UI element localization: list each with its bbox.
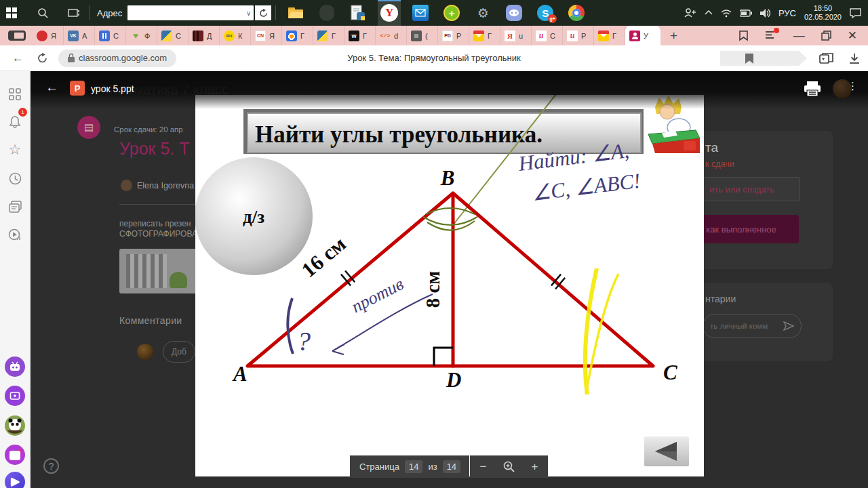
tab-label: У xyxy=(644,32,648,40)
url-box[interactable]: classroom.google.com xyxy=(58,49,176,67)
due-status: к сдачи xyxy=(705,159,734,169)
browser-tab[interactable]: С xyxy=(157,26,189,45)
chevron-down-icon[interactable]: ∨ xyxy=(246,9,251,17)
back-button[interactable]: ← xyxy=(12,52,24,65)
browser-tab[interactable]: Р xyxy=(563,26,594,45)
discord-taskbar-icon[interactable] xyxy=(502,0,526,26)
private-comment-input[interactable]: ть личный комм xyxy=(703,314,802,338)
chrome-taskbar-icon[interactable] xyxy=(565,0,588,26)
address-toolbar-label: Адрес xyxy=(97,8,122,18)
browser-tab[interactable]: Р xyxy=(438,26,469,45)
tab-panel-button[interactable] xyxy=(8,30,26,41)
browser-tab[interactable]: А xyxy=(64,26,95,45)
tab-favicon xyxy=(286,30,297,41)
browser-address-bar: ← classroom.google.com Урок 5. Тема: Пря… xyxy=(0,45,868,71)
browser-tab[interactable]: d xyxy=(376,26,407,45)
browser-tab[interactable]: Я xyxy=(33,26,64,45)
restore-window-button[interactable] xyxy=(821,30,831,41)
people-icon[interactable] xyxy=(684,8,696,18)
tab-label: u xyxy=(519,32,523,40)
taskbar-clock[interactable]: 18:50 02.05.2020 xyxy=(804,4,842,22)
reload-button[interactable] xyxy=(37,53,47,64)
antivirus-taskbar-icon[interactable]: + xyxy=(440,0,463,26)
sidebar-panda-avatar[interactable] xyxy=(4,415,26,436)
sidebar-alice-avatar[interactable] xyxy=(4,471,26,488)
kebab-menu-icon[interactable]: ⋮ xyxy=(848,80,858,92)
close-button[interactable]: ✕ xyxy=(848,28,857,43)
chevron-up-icon[interactable] xyxy=(705,10,713,16)
browser-tab[interactable]: Г xyxy=(344,26,376,45)
browser-tab[interactable]: Г xyxy=(594,26,625,45)
uchi-favicon xyxy=(567,30,578,41)
bookmark-icon[interactable] xyxy=(745,53,754,64)
yandex-mail-favicon xyxy=(473,30,484,41)
zoom-in-button[interactable]: + xyxy=(522,460,548,474)
send-icon[interactable] xyxy=(783,321,794,331)
browser-tab[interactable]: Ф xyxy=(126,26,157,45)
mail-taskbar-icon[interactable] xyxy=(409,0,432,26)
comment-input[interactable]: Доб xyxy=(163,341,195,363)
taskbar-search-button[interactable] xyxy=(31,0,54,26)
current-page[interactable]: 14 xyxy=(405,460,422,473)
comment-placeholder: Доб xyxy=(172,347,186,357)
help-button[interactable]: ? xyxy=(43,458,59,474)
file-explorer-taskbar-icon[interactable] xyxy=(284,0,307,26)
cn-favicon xyxy=(255,30,266,41)
volume-icon[interactable] xyxy=(760,9,770,18)
browser-tab[interactable]: Я xyxy=(251,26,282,45)
minimize-button[interactable]: — xyxy=(793,29,805,43)
action-center-icon[interactable] xyxy=(850,8,861,18)
tabs-panel-icon[interactable] xyxy=(819,52,834,64)
browser-tab[interactable]: Г xyxy=(469,26,500,45)
sidebar-favorites-button[interactable]: ☆ xyxy=(4,139,26,161)
zoom-button[interactable] xyxy=(496,461,522,472)
browser-tab[interactable]: Д xyxy=(189,26,220,45)
bookmark-flag-icon[interactable] xyxy=(738,30,749,41)
task-view-button[interactable] xyxy=(62,0,85,26)
app-taskbar-icon[interactable] xyxy=(315,0,338,26)
language-indicator[interactable]: РУС xyxy=(778,8,796,18)
browser-tab[interactable]: С xyxy=(532,26,563,45)
yandex-browser-icon: Y xyxy=(380,4,398,22)
browser-tab[interactable]: С xyxy=(95,26,126,45)
height-bd-measure: 8 см xyxy=(422,271,443,308)
download-icon[interactable] xyxy=(849,53,860,64)
code-favicon xyxy=(380,30,391,41)
browser-tab[interactable]: Г xyxy=(282,26,313,45)
due-date-text: Срок сдачи: 20 апр xyxy=(114,125,183,134)
zoom-out-button[interactable]: − xyxy=(471,460,496,474)
slide-title: Найти углы треугольника. xyxy=(255,121,542,148)
print-button[interactable] xyxy=(804,81,821,97)
settings-taskbar-icon[interactable]: ⚙ xyxy=(471,0,494,26)
sidebar-messenger-avatar[interactable] xyxy=(4,444,26,466)
address-toolbar-go-button[interactable] xyxy=(255,5,271,20)
new-tab-button[interactable]: + xyxy=(670,28,677,43)
sidebar-chat-avatar[interactable] xyxy=(4,356,26,378)
sidebar-notifications-button[interactable]: 1 xyxy=(4,110,26,132)
sidebar-collections-button[interactable] xyxy=(4,196,26,218)
handwriting-find-line2: ∠C, ∠ABC! xyxy=(531,169,642,205)
attachment-thumbnail[interactable] xyxy=(119,249,195,293)
sidebar-history-button[interactable] xyxy=(4,167,26,189)
viewer-back-button[interactable]: ← xyxy=(45,80,58,95)
address-toolbar-input[interactable]: ∨ xyxy=(127,5,254,20)
yandex-browser-taskbar-icon[interactable]: Y xyxy=(378,0,401,26)
browser-tab[interactable]: u xyxy=(500,26,532,45)
browser-tab[interactable]: К xyxy=(220,26,251,45)
browser-tab[interactable]: Г xyxy=(313,26,344,45)
ru-favicon xyxy=(224,30,235,41)
start-button[interactable] xyxy=(0,0,23,26)
wifi-icon[interactable] xyxy=(721,9,732,18)
downloads-panel-button[interactable] xyxy=(766,30,777,42)
pause-favicon xyxy=(99,30,110,41)
browser-tab-active[interactable]: У xyxy=(625,26,660,45)
python-file-taskbar-icon[interactable] xyxy=(347,0,370,26)
skype-taskbar-icon[interactable]: S xyxy=(534,0,557,26)
sidebar-media-button[interactable] xyxy=(4,224,26,246)
browser-tab[interactable]: ( xyxy=(407,26,438,45)
previous-slide-button[interactable] xyxy=(644,436,689,466)
battery-icon[interactable] xyxy=(740,9,752,17)
sidebar-services-button[interactable] xyxy=(4,83,26,105)
sidebar-cards-avatar[interactable] xyxy=(4,385,26,407)
main-content: Математика 7 класс ▤ Срок сдачи: 20 апр … xyxy=(0,71,868,488)
